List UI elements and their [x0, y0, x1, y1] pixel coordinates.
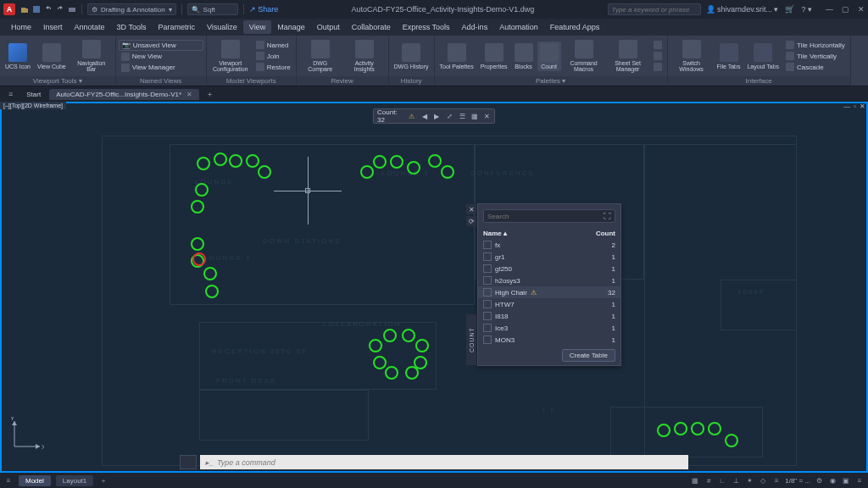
counted-instance[interactable] — [441, 165, 454, 179]
annotation-scale[interactable]: 1/8" = ... — [785, 477, 810, 485]
switch-windows-button[interactable]: Switch Windows — [670, 38, 713, 74]
counted-instance[interactable] — [428, 154, 442, 168]
redo-icon[interactable] — [56, 5, 64, 14]
drawing-area[interactable]: [–][Top][2D Wireframe] — ▫ ✕ LOUNGE LOUN… — [0, 102, 868, 473]
counted-instance[interactable] — [214, 152, 227, 166]
menu-automation[interactable]: Automation — [493, 20, 544, 34]
clean-screen-icon[interactable]: ▣ — [841, 475, 851, 485]
zoom-extents-icon[interactable]: ⤢ — [446, 112, 453, 120]
menu-manage[interactable]: Manage — [271, 20, 311, 34]
col-name-header[interactable]: Name ▴ — [483, 230, 590, 237]
menu-home[interactable]: Home — [5, 20, 37, 34]
view-manager-button[interactable]: View Manager — [119, 63, 203, 73]
counted-instance[interactable] — [725, 434, 738, 447]
insert-field-icon[interactable]: ▦ — [470, 112, 478, 120]
counted-instance[interactable] — [407, 161, 420, 175]
menu-view[interactable]: View — [243, 20, 271, 34]
named-vp-button[interactable]: Named — [253, 40, 293, 50]
dwg-history-button[interactable]: DWG History — [392, 42, 431, 71]
close-count-icon[interactable]: ✕ — [483, 112, 491, 120]
search-area-icon[interactable]: ⛶ — [604, 212, 611, 220]
counted-instance[interactable] — [385, 366, 398, 380]
layout-tab-1[interactable]: Layout1 — [56, 475, 93, 486]
help-icon[interactable]: ? ▾ — [801, 5, 812, 14]
count-button[interactable]: Count — [537, 42, 561, 71]
qa-search[interactable]: 🔍 Sqft — [187, 3, 238, 15]
grid-toggle[interactable]: # — [704, 475, 714, 485]
workspace-switch-icon[interactable]: ⚙ — [814, 475, 824, 485]
menu-express-tools[interactable]: Express Tools — [397, 20, 456, 34]
menu-visualize[interactable]: Visualize — [201, 20, 243, 34]
minimize-button[interactable]: — — [826, 5, 833, 14]
palette-search-input[interactable] — [487, 213, 604, 220]
dwg-compare-button[interactable]: DWG Compare — [299, 38, 342, 74]
counted-instance[interactable] — [373, 155, 387, 169]
osnap-toggle[interactable]: ◇ — [758, 475, 768, 485]
snap-toggle[interactable]: ∟ — [717, 475, 727, 485]
file-tab-menu[interactable]: ≡ — [3, 90, 18, 98]
join-vp-button[interactable]: Join — [253, 51, 293, 61]
share-link[interactable]: ↗ Share — [249, 5, 279, 14]
counted-instance[interactable] — [229, 154, 242, 168]
menu-output[interactable]: Output — [311, 20, 346, 34]
maximize-button[interactable]: ▢ — [842, 5, 849, 14]
prev-instance-icon[interactable]: ◀ — [420, 112, 428, 120]
file-tab-active[interactable]: AutoCAD-FY25-Offic...Insights-Demo-V1*✕ — [49, 89, 199, 100]
isolate-objects-icon[interactable]: ◉ — [827, 475, 837, 485]
palette-row[interactable]: gt2501 — [478, 263, 620, 274]
ucs-icon-button[interactable]: UCS Icon — [3, 42, 33, 71]
menu-3d-tools[interactable]: 3D Tools — [111, 20, 153, 34]
counted-instance[interactable] — [691, 422, 704, 435]
undo-icon[interactable] — [44, 5, 53, 14]
create-table-button[interactable]: Create Table — [562, 349, 615, 362]
counted-instance[interactable] — [203, 267, 217, 280]
save-icon[interactable] — [32, 5, 41, 14]
ucs-icon[interactable]: X Y — [10, 417, 44, 451]
restore-vp-button[interactable]: Restore — [253, 62, 293, 72]
counted-instance[interactable] — [657, 424, 670, 437]
counted-instance[interactable] — [205, 285, 219, 298]
counted-instance-error[interactable] — [192, 252, 206, 266]
command-macros-button[interactable]: Command Macros — [563, 38, 605, 74]
palette-row[interactable]: gr11 — [478, 251, 620, 263]
polar-toggle[interactable]: ✶ — [744, 475, 754, 485]
command-line-handle[interactable] — [180, 455, 197, 469]
counted-instance[interactable] — [195, 183, 209, 197]
ortho-toggle[interactable]: ⊥ — [731, 475, 741, 485]
palette-row[interactable]: High Chair ⚠32 — [478, 286, 620, 298]
navigation-bar-button[interactable]: Navigation Bar — [70, 38, 113, 74]
count-palette[interactable]: ✕ ⟳ COUNT ⛶ Name ▴ Count fx2gr11gt2501h2… — [477, 203, 621, 366]
view-combo[interactable]: 📷 Unsaved View — [119, 40, 203, 51]
customize-status-icon[interactable]: ≡ — [854, 475, 865, 485]
counted-instance[interactable] — [402, 329, 415, 342]
viewport-config-button[interactable]: Viewport Configuration — [209, 38, 252, 74]
sheet-set-manager-button[interactable]: Sheet Set Manager — [607, 38, 649, 74]
counted-instance[interactable] — [197, 157, 210, 170]
app-logo[interactable]: A — [3, 3, 15, 15]
counted-instance[interactable] — [383, 329, 397, 342]
menu-annotate[interactable]: Annotate — [69, 20, 111, 34]
palette-close[interactable]: ✕ — [466, 204, 476, 214]
counted-instance[interactable] — [191, 200, 204, 214]
count-palette-icon[interactable]: ☰ — [459, 112, 466, 120]
menu-collaborate[interactable]: Collaborate — [346, 20, 397, 34]
cascade-button[interactable]: Cascade — [783, 62, 848, 72]
counted-instance[interactable] — [369, 339, 382, 352]
model-space-toggle[interactable]: ▦ — [690, 475, 700, 485]
counted-instance[interactable] — [390, 155, 403, 169]
palette-row[interactable]: fx2 — [478, 239, 620, 251]
new-view-button[interactable]: New View — [119, 52, 203, 62]
palette-row[interactable]: MON31 — [478, 334, 620, 346]
view-cube-button[interactable]: View Cube — [35, 42, 69, 71]
counted-instance[interactable] — [708, 422, 721, 435]
plot-icon[interactable] — [68, 5, 76, 14]
counted-instance[interactable] — [405, 366, 419, 380]
counted-instance[interactable] — [246, 154, 259, 168]
count-toolbar[interactable]: Count: 32 ⚠ ◀ ▶ ⤢ ☰ ▦ ✕ — [373, 108, 495, 124]
signin-user[interactable]: 👤 shivarndev.srit... ▾ — [706, 5, 779, 14]
col-count-header[interactable]: Count — [590, 230, 615, 237]
layout-tabs-button[interactable]: Layout Tabs — [744, 42, 782, 71]
tile-horizontally-button[interactable]: Tile Horizontally — [783, 40, 848, 50]
new-tab-button[interactable]: ＋ — [201, 89, 219, 100]
counted-instance[interactable] — [415, 339, 429, 352]
